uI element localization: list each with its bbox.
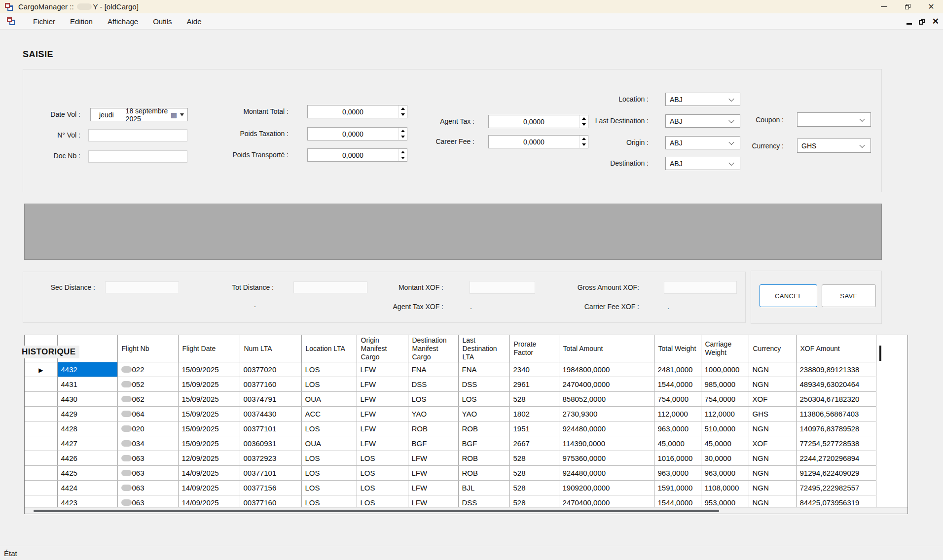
- grid-cell[interactable]: ROB: [408, 421, 458, 436]
- last-destination-combo[interactable]: ABJ: [665, 114, 740, 128]
- grid-cell[interactable]: LFW: [357, 377, 408, 392]
- grid-cell[interactable]: LOS: [458, 392, 509, 407]
- grid-cell[interactable]: 963,0000: [701, 466, 749, 481]
- grid-cell[interactable]: 2961: [509, 377, 559, 392]
- grid-cell[interactable]: ROB: [458, 466, 509, 481]
- grid-cell[interactable]: LOS: [301, 451, 357, 466]
- grid-cell[interactable]: 4432: [57, 362, 117, 377]
- grid-cell[interactable]: LOS: [301, 481, 357, 495]
- grid-cell[interactable]: OUA: [301, 392, 357, 407]
- restore-button[interactable]: [896, 0, 919, 13]
- grid-cell[interactable]: LOS: [357, 481, 408, 495]
- grid-cell[interactable]: 15/09/2025: [178, 436, 240, 451]
- grid-column-header[interactable]: Total Amount: [559, 335, 654, 362]
- grid-cell[interactable]: 528: [509, 481, 559, 495]
- grid-cell[interactable]: LOS: [301, 362, 357, 377]
- grid-cell[interactable]: XOF: [749, 436, 796, 451]
- grid-cell[interactable]: XOF: [749, 392, 796, 407]
- currency-combo[interactable]: GHS: [797, 139, 871, 153]
- menu-outils[interactable]: Outils: [145, 14, 179, 29]
- grid-cell[interactable]: 924480,0000: [559, 466, 654, 481]
- menu-aide[interactable]: Aide: [180, 14, 209, 29]
- grid-cell[interactable]: 1802: [509, 407, 559, 421]
- grid-cell[interactable]: 45,0000: [654, 436, 701, 451]
- grid-cell[interactable]: 528: [509, 466, 559, 481]
- poids-transporte-spinner[interactable]: 0,0000: [307, 148, 407, 162]
- grid-cell[interactable]: NGN: [749, 421, 796, 436]
- origin-combo[interactable]: ABJ: [665, 136, 740, 149]
- grid-cell[interactable]: LFW: [357, 392, 408, 407]
- grid-cell[interactable]: 034: [117, 436, 178, 451]
- vertical-scrollbar-thumb[interactable]: [879, 346, 881, 361]
- menu-edition[interactable]: Edition: [63, 14, 100, 29]
- grid-cell[interactable]: 4428: [57, 421, 117, 436]
- grid-column-header[interactable]: Currency: [749, 335, 796, 362]
- grid-cell[interactable]: 00374430: [240, 407, 301, 421]
- grid-cell[interactable]: 963,0000: [654, 466, 701, 481]
- date-dropdown-icon[interactable]: [180, 113, 184, 116]
- grid-cell[interactable]: 1108,0000: [701, 481, 749, 495]
- grid-cell[interactable]: 112,0000: [654, 407, 701, 421]
- grid-cell[interactable]: DSS: [408, 377, 458, 392]
- grid-cell[interactable]: LOS: [301, 421, 357, 436]
- grid-cell[interactable]: 4430: [57, 392, 117, 407]
- grid-cell[interactable]: 72495,222982557: [796, 481, 876, 495]
- grid-column-header[interactable]: Prorate Factor: [509, 335, 559, 362]
- grid-cell[interactable]: 052: [117, 377, 178, 392]
- grid-cell[interactable]: 064: [117, 407, 178, 421]
- grid-row-header[interactable]: [25, 436, 57, 451]
- spin-down-icon[interactable]: [399, 155, 407, 162]
- grid-cell[interactable]: 14/09/2025: [178, 466, 240, 481]
- grid-row-header[interactable]: [25, 377, 57, 392]
- grid-cell[interactable]: 140976,83789528: [796, 421, 876, 436]
- grid-cell[interactable]: LOS: [408, 392, 458, 407]
- grid-cell[interactable]: 063: [117, 466, 178, 481]
- grid-row-header[interactable]: [25, 481, 57, 495]
- grid-column-header[interactable]: Destination Manifest Cargo: [408, 335, 458, 362]
- grid-cell[interactable]: NGN: [749, 377, 796, 392]
- grid-cell[interactable]: 2667: [509, 436, 559, 451]
- grid-cell[interactable]: YAO: [458, 407, 509, 421]
- grid-column-header[interactable]: Num LTA: [240, 335, 301, 362]
- grid-cell[interactable]: OUA: [301, 436, 357, 451]
- grid-row-header[interactable]: [25, 407, 57, 421]
- menu-fichier[interactable]: Fichier: [26, 14, 63, 29]
- grid-cell[interactable]: 00377156: [240, 481, 301, 495]
- grid-cell[interactable]: 489349,63020464: [796, 377, 876, 392]
- menu-affichage[interactable]: Affichage: [100, 14, 145, 29]
- grid-cell[interactable]: 4424: [57, 481, 117, 495]
- child-close-icon[interactable]: ✕: [932, 17, 939, 26]
- calendar-icon[interactable]: ▦: [171, 111, 177, 118]
- grid-cell[interactable]: 985,0000: [701, 377, 749, 392]
- grid-cell[interactable]: BJL: [458, 481, 509, 495]
- grid-cell[interactable]: LFW: [357, 407, 408, 421]
- montant-total-spinner[interactable]: 0,0000: [307, 105, 407, 118]
- grid-cell[interactable]: ROB: [458, 421, 509, 436]
- grid-cell[interactable]: LFW: [357, 362, 408, 377]
- grid-cell[interactable]: DSS: [458, 377, 509, 392]
- grid-cell[interactable]: BGF: [408, 436, 458, 451]
- grid-row-header[interactable]: [25, 392, 57, 407]
- grid-cell[interactable]: GHS: [749, 407, 796, 421]
- close-button[interactable]: ✕: [919, 0, 943, 13]
- grid-cell[interactable]: LFW: [408, 451, 458, 466]
- grid-cell[interactable]: BGF: [458, 436, 509, 451]
- grid-cell[interactable]: 00377101: [240, 466, 301, 481]
- spin-up-icon[interactable]: [399, 128, 407, 134]
- grid-row-header[interactable]: [25, 421, 57, 436]
- grid-cell[interactable]: 4427: [57, 436, 117, 451]
- grid-cell[interactable]: 112,0000: [701, 407, 749, 421]
- grid-cell[interactable]: 14/09/2025: [178, 481, 240, 495]
- spin-down-icon[interactable]: [399, 134, 407, 140]
- grid-cell[interactable]: LOS: [357, 466, 408, 481]
- location-combo[interactable]: ABJ: [665, 93, 740, 106]
- grid-cell[interactable]: 91294,622409029: [796, 466, 876, 481]
- grid-cell[interactable]: 15/09/2025: [178, 407, 240, 421]
- grid-cell[interactable]: FNA: [408, 362, 458, 377]
- grid-cell[interactable]: 114390,0000: [559, 436, 654, 451]
- grid-cell[interactable]: 1951: [509, 421, 559, 436]
- grid-cell[interactable]: NGN: [749, 451, 796, 466]
- grid-row-header[interactable]: ▶: [25, 362, 57, 377]
- grid-cell[interactable]: 1016,0000: [654, 451, 701, 466]
- grid-cell[interactable]: 063: [117, 481, 178, 495]
